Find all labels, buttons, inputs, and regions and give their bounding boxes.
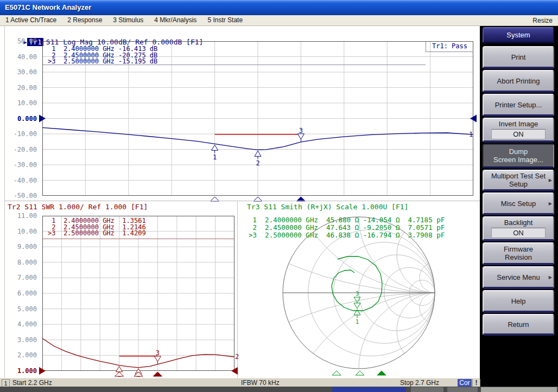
status-bar: 1 Start 2.2 GHz IFBW 70 kHz Stop 2.7 GHz… (0, 378, 480, 387)
menu-instr-state[interactable]: 5 Instr State (202, 15, 248, 25)
svg-text:3: 3 (356, 291, 359, 297)
e5071c-screen: { "titlebar": { "title": "E5071C Network… (0, 0, 558, 392)
alert-indicator: ! (472, 379, 480, 387)
svg-text:2: 2 (256, 159, 259, 167)
softkey-label: Misc Setup (501, 200, 536, 208)
softkey-return[interactable]: Return (483, 314, 554, 336)
softkey-label: Service Menu (497, 273, 540, 281)
panel-divider-vertical (237, 201, 238, 378)
panel-divider-horizontal (4, 201, 480, 201)
y-axis-tick-label: 1.000 (17, 367, 37, 375)
trace2-title[interactable]: Tr2 S11 SWR 1.000/ Ref 1.000 [F1] (8, 203, 148, 211)
softkey-help[interactable]: Help (483, 290, 554, 313)
y-axis-tick-label: -20.00 (14, 146, 37, 153)
softkey-sidebar: SystemPrintAbort PrintingPrinter Setup..… (480, 26, 558, 387)
softkey-label: Print (511, 53, 526, 61)
y-axis-tick-label: 7.000 (17, 274, 37, 281)
softkey-label: Firmware Revision (504, 245, 533, 261)
status-strip-segment (447, 387, 478, 392)
y-axis-tick-label: 8.000 (17, 259, 37, 266)
marker-readout-row: >3 2.5000000 GHz 1.4209 (48, 230, 146, 237)
y-axis-tick-label: 4.000 (17, 320, 37, 328)
menu-bar: 1 Active Ch/Trace 2 Response 3 Stimulus … (0, 15, 558, 26)
trace2-marker-table: 1 2.4000000 GHz 1.3561 2 2.4500000 GHz 1… (48, 218, 146, 237)
menu-active-ch-trace[interactable]: 1 Active Ch/Trace (0, 15, 62, 25)
y-axis-tick-label: 6.000 (17, 290, 37, 297)
softkey-dump-screen-image[interactable]: Dump Screen Image... (483, 144, 554, 169)
status-strip-segment (332, 387, 406, 392)
y-axis-tick-label: 50.00 (17, 37, 37, 45)
y-axis-tick-label: 10.00 (17, 228, 37, 235)
y-axis-tick-label: 40.00 (17, 53, 37, 61)
softkey-label: Abort Printing (497, 77, 540, 85)
submenu-arrow-icon: ▶ (549, 176, 552, 184)
softkey-label: Help (511, 297, 526, 305)
svg-text:1: 1 (356, 319, 359, 325)
ifbw-label: IFBW 70 kHz (241, 379, 280, 387)
softkey-firmware-revision[interactable]: Firmware Revision (483, 242, 554, 265)
y-axis-tick-label: -40.00 (14, 177, 37, 184)
menu-response[interactable]: 2 Response (62, 15, 107, 25)
trace1-marker-table: 1 2.4000000 GHz -16.413 dB 2 2.4500000 G… (48, 46, 157, 65)
marker-readout-row: >3 2.5000000 GHz -15.195 dB (48, 59, 157, 65)
trace2-marker-table-border (43, 239, 234, 239)
stop-frequency-label: Stop 2.7 GHz (400, 379, 439, 387)
marker-readout-row: 2 2.4500000 GHz 47.643 Ω -9.2050 Ω 7.057… (249, 224, 445, 232)
softkey-state-value: ON (491, 129, 546, 139)
status-strip-segment (481, 387, 557, 392)
y-axis-tick-label: 11.00 (17, 212, 37, 220)
trace3-title[interactable]: Tr3 S11 Smith (R+jX) Scale 1.000U [F1] (247, 203, 408, 211)
y-axis-tick-label: 30.00 (17, 68, 37, 76)
svg-text:1: 1 (469, 131, 473, 138)
window-title-bar: E5071C Network Analyzer (0, 0, 558, 15)
softkey-print[interactable]: Print (483, 46, 554, 69)
y-axis-tick-label: -50.00 (14, 192, 37, 200)
correction-status-badge: Cor (458, 379, 472, 387)
measurement-screen: ▶Tr1S11 Log Mag 10.00dB/ Ref 0.000dB [F1… (0, 26, 480, 378)
softkey-label: Dump Screen Image... (493, 147, 543, 164)
softkey-backlight[interactable]: BacklightON (483, 216, 554, 241)
softkey-label: Backlight (504, 219, 533, 227)
y-axis-tick-label: 9.000 (17, 243, 37, 250)
svg-text:3: 3 (299, 127, 303, 134)
marker-readout-row: 1 2.4000000 GHz 45.880 Ω -14.054 Ω 4.718… (249, 216, 445, 224)
softkey-label: Multiport Test Set Setup (491, 172, 546, 188)
submenu-arrow-icon: ▶ (549, 273, 552, 281)
softkey-service-menu[interactable]: Service Menu▶ (483, 266, 554, 289)
svg-text:3: 3 (156, 349, 160, 357)
y-axis-tick-label: 3.000 (17, 336, 37, 344)
softkey-label: System (506, 31, 530, 39)
trace1-marker-table-border (43, 65, 426, 65)
menu-stimulus[interactable]: 3 Stimulus (107, 15, 149, 25)
start-frequency-label: Start 2.2 GHz (12, 379, 52, 387)
y-axis-tick-label: -10.00 (14, 130, 37, 138)
menu-mkr-analysis[interactable]: 4 Mkr/Analysis (149, 15, 202, 25)
y-axis-tick-label: 20.00 (17, 84, 37, 92)
y-axis-tick-label: 2.000 (17, 351, 37, 359)
submenu-arrow-icon: ▶ (549, 200, 552, 208)
y-axis-tick-label: 5.000 (17, 305, 37, 313)
screen-left-rule (4, 26, 5, 378)
softkey-system[interactable]: System (483, 27, 554, 43)
menu-resize[interactable]: Resize (532, 17, 558, 24)
window-title: E5071C Network Analyzer (5, 3, 91, 11)
softkey-printer-setup[interactable]: Printer Setup... (483, 94, 554, 117)
softkey-label: Printer Setup... (495, 101, 542, 109)
marker-readout-row: >3 2.5000000 GHz 46.838 Ω -16.794 Ω 3.79… (249, 232, 445, 239)
softkey-multiport-test-set-setup[interactable]: Multiport Test Set Setup▶ (483, 170, 554, 191)
svg-text:1: 1 (213, 153, 217, 161)
y-axis-tick-label: 10.00 (17, 99, 37, 107)
channel-number-badge: 1 (2, 379, 10, 387)
y-axis-tick-label: 0.000 (17, 115, 37, 123)
instrument-status-strip (0, 387, 558, 392)
softkey-label: Return (508, 320, 529, 329)
softkey-label: Invert Image (499, 120, 538, 128)
softkey-state-value: ON (491, 228, 546, 238)
trace1-limit-test-result: Tr1: Pass (426, 42, 473, 52)
softkey-abort-printing[interactable]: Abort Printing (483, 70, 554, 93)
softkey-invert-image[interactable]: Invert ImageON (483, 118, 554, 143)
status-strip-segment (411, 387, 443, 392)
y-axis-tick-label: -30.00 (14, 161, 37, 169)
softkey-misc-setup[interactable]: Misc Setup▶ (483, 192, 554, 215)
trace3-marker-table: 1 2.4000000 GHz 45.880 Ω -14.054 Ω 4.718… (249, 216, 445, 239)
